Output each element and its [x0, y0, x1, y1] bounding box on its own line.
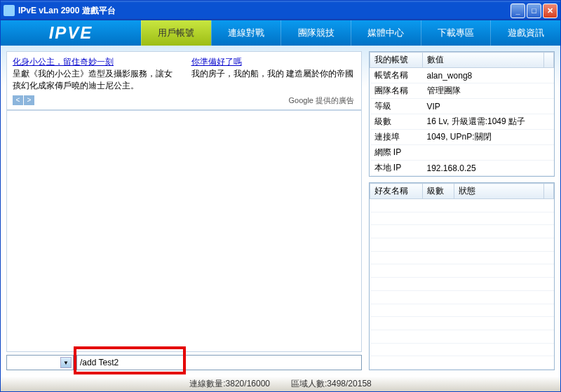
account-value: alan_wong8 [423, 68, 554, 83]
account-table: 我的帳號 數值 帳號名稱alan_wong8團隊名稱管理團隊等級VIP級數16 … [370, 52, 554, 176]
header: IPVE 用戶帳號 連線對戰 團隊競技 媒體中心 下載專區 遊戲資訊 [1, 20, 560, 46]
ad-provider: Google 提供的廣告 [288, 95, 354, 106]
table-row[interactable]: 網際 IP [370, 145, 554, 161]
ad-right-body: 我的房子，我的船，我的 建造屬於你的帝國 [191, 68, 356, 80]
logo: IPVE [1, 20, 141, 46]
list-item[interactable] [370, 317, 554, 330]
table-row[interactable]: 團隊名稱管理團隊 [370, 83, 554, 99]
window-title: IPvE vLan 2900 遊戲平台 [18, 5, 511, 17]
chevron-down-icon: ▼ [60, 357, 72, 368]
list-item[interactable] [370, 199, 554, 212]
account-value: 16 Lv, 升級還需:1049 點子 [423, 114, 554, 130]
account-value [423, 145, 554, 161]
input-bar: ▼ [6, 355, 362, 370]
ad-right-title[interactable]: 你準備好了嗎 [191, 56, 356, 68]
list-item[interactable] [370, 278, 554, 291]
app-window: IPvE vLan 2900 遊戲平台 _ □ ✕ IPVE 用戶帳號 連線對戰… [0, 0, 561, 392]
account-key: 本地 IP [370, 161, 423, 176]
tab-account[interactable]: 用戶帳號 [141, 20, 211, 46]
status-area: 區域人數:3498/20158 [291, 378, 372, 390]
maximize-button[interactable]: □ [527, 4, 541, 18]
friends-head-status[interactable]: 狀態 [454, 184, 544, 199]
list-item[interactable] [370, 212, 554, 225]
friends-panel: 好友名稱 級數 狀態 [369, 182, 555, 370]
titlebar[interactable]: IPvE vLan 2900 遊戲平台 _ □ ✕ [1, 1, 560, 20]
account-key: 連接埠 [370, 130, 423, 145]
account-key: 網際 IP [370, 145, 423, 161]
list-item[interactable] [370, 356, 554, 370]
account-value: 192.168.0.25 [423, 161, 554, 176]
account-head-spacer [544, 53, 554, 68]
list-item[interactable] [370, 343, 554, 356]
ad-left-body: 呈獻《我的小公主》造型及攝影服務，讓女孩幻化成家傳戶曉的迪士尼公主。 [13, 68, 177, 92]
list-item[interactable] [370, 304, 554, 317]
account-head-val[interactable]: 數值 [423, 53, 544, 68]
friends-head-level[interactable]: 級數 [423, 184, 454, 199]
account-panel: 我的帳號 數值 帳號名稱alan_wong8團隊名稱管理團隊等級VIP級數16 … [369, 51, 555, 177]
friends-table: 好友名稱 級數 狀態 [370, 183, 554, 370]
list-item[interactable] [370, 264, 554, 278]
friends-head-name[interactable]: 好友名稱 [370, 184, 423, 199]
status-bar: 連線數量:3820/16000 區域人數:3498/20158 [1, 376, 560, 391]
table-row[interactable]: 級數16 Lv, 升級還需:1049 點子 [370, 114, 554, 130]
tab-download[interactable]: 下載專區 [421, 20, 491, 46]
list-item[interactable] [370, 290, 554, 304]
account-key: 級數 [370, 114, 423, 130]
tab-team[interactable]: 團隊競技 [280, 20, 351, 46]
list-item[interactable] [370, 330, 554, 343]
tab-info[interactable]: 遊戲資訊 [490, 20, 560, 46]
ad-left[interactable]: 化身小公主，留住奇妙一刻 呈獻《我的小公主》造型及攝影服務，讓女孩幻化成家傳戶曉… [13, 56, 177, 105]
command-input[interactable] [76, 355, 362, 370]
nav-tabs: 用戶帳號 連線對戰 團隊競技 媒體中心 下載專區 遊戲資訊 [141, 20, 560, 46]
friends-head-spacer [544, 184, 554, 199]
table-row[interactable]: 本地 IP192.168.0.25 [370, 161, 554, 176]
left-column: 化身小公主，留住奇妙一刻 呈獻《我的小公主》造型及攝影服務，讓女孩幻化成家傳戶曉… [6, 51, 362, 370]
app-icon [4, 5, 15, 16]
tab-media[interactable]: 媒體中心 [351, 20, 421, 46]
tab-battle[interactable]: 連線對戰 [211, 20, 281, 46]
ad-next-button[interactable]: > [24, 95, 34, 105]
ad-panel: 化身小公主，留住奇妙一刻 呈獻《我的小公主》造型及攝影服務，讓女孩幻化成家傳戶曉… [6, 51, 362, 110]
window-controls: _ □ ✕ [511, 4, 557, 18]
list-item[interactable] [370, 225, 554, 238]
account-key: 團隊名稱 [370, 83, 423, 99]
table-row[interactable]: 帳號名稱alan_wong8 [370, 68, 554, 83]
account-value: 管理團隊 [423, 83, 554, 99]
table-row[interactable]: 等級VIP [370, 99, 554, 114]
chat-log[interactable] [6, 110, 362, 352]
ad-left-title[interactable]: 化身小公主，留住奇妙一刻 [13, 56, 177, 68]
account-key: 等級 [370, 99, 423, 114]
body: 化身小公主，留住奇妙一刻 呈獻《我的小公主》造型及攝影服務，讓女孩幻化成家傳戶曉… [1, 46, 560, 376]
ad-prev-button[interactable]: < [13, 95, 23, 105]
account-head-key[interactable]: 我的帳號 [370, 53, 423, 68]
table-row[interactable]: 連接埠1049, UPnP:關閉 [370, 130, 554, 145]
list-item[interactable] [370, 238, 554, 252]
right-column: 我的帳號 數值 帳號名稱alan_wong8團隊名稱管理團隊等級VIP級數16 … [369, 51, 555, 370]
status-connections: 連線數量:3820/16000 [189, 378, 270, 390]
account-key: 帳號名稱 [370, 68, 423, 83]
list-item[interactable] [370, 251, 554, 264]
account-value: 1049, UPnP:關閉 [423, 130, 554, 145]
close-button[interactable]: ✕ [543, 4, 557, 18]
channel-dropdown[interactable]: ▼ [6, 355, 74, 370]
account-value: VIP [423, 99, 554, 114]
minimize-button[interactable]: _ [511, 4, 525, 18]
